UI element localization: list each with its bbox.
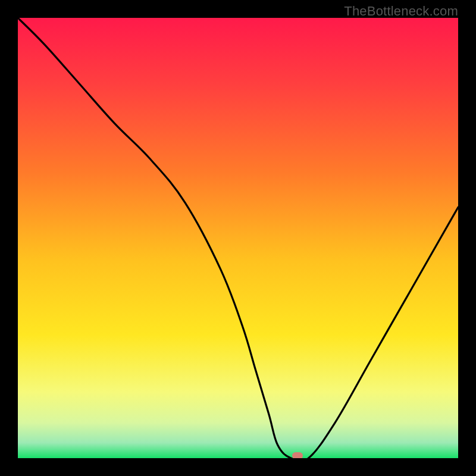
chart-frame: TheBottleneck.com bbox=[0, 0, 476, 476]
gradient-background bbox=[18, 18, 458, 458]
plot-area bbox=[18, 18, 458, 458]
chart-svg bbox=[18, 18, 458, 458]
watermark-text: TheBottleneck.com bbox=[344, 4, 458, 19]
optimum-marker bbox=[292, 452, 303, 458]
